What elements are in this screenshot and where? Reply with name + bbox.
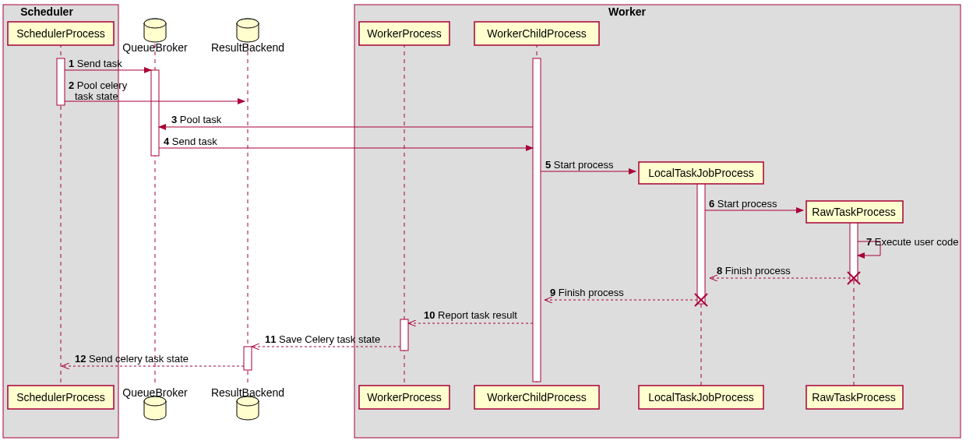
svg-text:8 Finish process: 8 Finish process [717, 265, 791, 277]
svg-text:4 Send task: 4 Send task [164, 136, 217, 147]
worker-child-process-top: WorkerChildProcess [487, 27, 586, 40]
svg-text:2 Pool celery: 2 Pool celery [69, 79, 128, 91]
svg-text:10 Report task result: 10 Report task result [424, 309, 517, 321]
svg-text:3 Pool task: 3 Pool task [171, 114, 222, 125]
svg-text:1 Send task: 1 Send task [69, 58, 122, 69]
result-backend-label-top: ResultBackend [211, 41, 284, 54]
queue-broker-label-top: QueueBroker [122, 41, 188, 54]
svg-rect-29 [244, 347, 252, 370]
local-task-job-process-created: LocalTaskJobProcess [648, 167, 753, 179]
queue-broker-db-top [144, 19, 166, 42]
worker-child-process-bottom: WorkerChildProcess [487, 391, 586, 403]
result-backend-db-bottom [237, 396, 259, 420]
svg-rect-26 [697, 171, 705, 304]
scheduler-process-bottom: SchedulerProcess [16, 391, 105, 403]
queue-broker-label-bottom: QueueBroker [122, 386, 188, 399]
svg-text:5 Start process: 5 Start process [545, 159, 614, 171]
sequence-diagram: Scheduler Worker SchedulerProcess QueueB… [0, 0, 980, 444]
scheduler-process-top: SchedulerProcess [16, 27, 105, 40]
result-backend-db-top [237, 19, 259, 42]
worker-process-bottom: WorkerProcess [367, 391, 441, 403]
svg-text:task state: task state [75, 90, 118, 102]
svg-text:12 Send celery task state: 12 Send celery task state [75, 353, 189, 365]
worker-group-label: Worker [608, 5, 647, 18]
svg-rect-24 [151, 70, 159, 156]
svg-text:9 Finish process: 9 Finish process [550, 287, 624, 298]
svg-point-9 [144, 19, 166, 28]
raw-task-process-bottom: RawTaskProcess [812, 391, 895, 403]
worker-process-top: WorkerProcess [367, 27, 441, 40]
scheduler-group-label: Scheduler [20, 5, 73, 18]
svg-rect-25 [533, 58, 541, 382]
svg-text:6 Start process: 6 Start process [709, 198, 777, 210]
raw-task-process-created: RawTaskProcess [812, 206, 895, 218]
svg-text:11 Save Celery task state: 11 Save Celery task state [265, 333, 380, 345]
svg-text:7 Execute user code: 7 Execute user code [866, 236, 959, 248]
svg-point-11 [237, 19, 259, 28]
result-backend-label-bottom: ResultBackend [211, 386, 284, 399]
local-task-job-process-bottom: LocalTaskJobProcess [648, 391, 753, 403]
queue-broker-db-bottom [144, 396, 166, 420]
svg-rect-23 [57, 58, 65, 105]
svg-rect-28 [400, 319, 408, 351]
